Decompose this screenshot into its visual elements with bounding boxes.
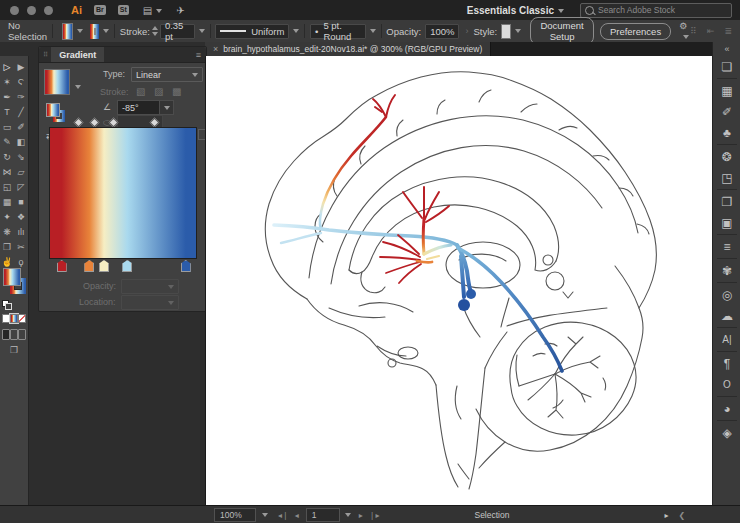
brain-illustration[interactable] <box>206 56 713 505</box>
zoom-level-value[interactable]: 100% <box>214 508 256 522</box>
angle-dropdown-icon[interactable] <box>159 100 174 115</box>
gradient-thumbnail[interactable] <box>44 69 70 95</box>
layers-panel-icon[interactable]: ◈ <box>713 422 740 443</box>
artboard-canvas[interactable] <box>205 56 713 505</box>
zoom-window-button[interactable] <box>44 6 53 15</box>
paragraph-panel-icon[interactable]: ¶ <box>713 353 740 374</box>
selection-tool[interactable]: ▷ <box>0 59 14 74</box>
fill-stroke-indicator[interactable] <box>0 268 28 302</box>
mesh-tool[interactable]: ▦ <box>0 194 14 209</box>
previous-artboard-icon[interactable]: ◂ <box>295 511 299 520</box>
close-document-icon[interactable]: × <box>213 44 218 54</box>
panel-menu-icon[interactable]: ≡ <box>196 50 201 60</box>
stroke-weight-value[interactable]: 0.35 pt <box>160 24 195 39</box>
opacity-value[interactable]: 100% <box>425 24 459 39</box>
style-swatch[interactable] <box>501 24 511 39</box>
stroke-panel-icon[interactable]: ≡ <box>713 236 740 257</box>
bridge-button[interactable]: Br <box>94 5 106 15</box>
expander-icon[interactable]: › <box>465 26 468 36</box>
zoom-dropdown-icon[interactable] <box>262 513 268 517</box>
line-segment-tool[interactable]: ╱ <box>14 104 28 119</box>
gradient-midpoint-marker[interactable] <box>90 118 100 128</box>
document-tab[interactable]: × brain_hypothalamus_edit-20Nov18.ai* @ … <box>205 42 491 56</box>
status-play-icon[interactable]: ▸ <box>664 511 668 520</box>
align-options-icon[interactable]: ⇤ <box>707 26 715 36</box>
type-tool[interactable]: T <box>0 104 14 119</box>
expand-panels-icon[interactable]: « <box>713 42 740 56</box>
gradient-type-select[interactable]: Linear <box>131 67 203 82</box>
symbols-panel-icon[interactable]: ♣ <box>713 122 740 143</box>
draw-inside-button[interactable] <box>18 329 26 340</box>
stroke-weight-stepper[interactable] <box>152 26 158 36</box>
color-panel-icon[interactable]: ❏ <box>713 56 740 77</box>
stock-button[interactable]: St <box>118 5 129 15</box>
arrange-documents-icon[interactable]: ▤ <box>143 5 162 16</box>
color-mode-button[interactable] <box>2 314 10 323</box>
gpu-performance-icon[interactable]: ✈ <box>176 5 184 16</box>
workspace-switcher[interactable]: Essentials Classic <box>467 5 564 16</box>
color-themes-panel-icon[interactable]: ✾ <box>713 260 740 281</box>
screen-mode-button[interactable]: ❐ <box>0 345 28 355</box>
width-tool[interactable]: ⋈ <box>0 164 14 179</box>
brush-select[interactable]: •5 pt. Round <box>310 24 366 39</box>
free-transform-tool[interactable]: ▱ <box>14 164 28 179</box>
share-panel-icon[interactable]: ❐ <box>713 191 740 212</box>
artboard-tool[interactable]: ❐ <box>0 239 14 254</box>
adobe-color-panel-icon[interactable]: ◎ <box>713 284 740 305</box>
lasso-tool[interactable]: Ϛ <box>14 74 28 89</box>
control-menu-icon[interactable]: ≣ <box>724 26 732 36</box>
width-profile-dropdown-icon[interactable] <box>293 29 299 33</box>
rotate-tool[interactable]: ↻ <box>0 149 14 164</box>
slice-tool[interactable]: ✂ <box>14 239 28 254</box>
eraser-tool[interactable]: ◧ <box>14 134 28 149</box>
artboard-number-value[interactable]: 1 <box>306 508 340 522</box>
close-window-button[interactable] <box>10 6 19 15</box>
default-fill-stroke-icon[interactable] <box>2 300 11 308</box>
preferences-button[interactable]: Preferences <box>600 23 671 40</box>
asset-export-panel-icon[interactable]: ◳ <box>713 167 740 188</box>
document-setup-button[interactable]: Document Setup <box>530 17 594 45</box>
next-artboard-icon[interactable]: ▸ <box>359 511 363 520</box>
gradient-midpoint-marker[interactable] <box>74 118 84 128</box>
gradient-slider[interactable] <box>49 127 197 259</box>
opentype-panel-icon[interactable]: O <box>713 374 740 395</box>
gradient-pathways[interactable] <box>274 95 562 371</box>
style-dropdown-icon[interactable] <box>515 29 521 33</box>
appearance-panel-icon[interactable]: ◕ <box>713 398 740 419</box>
status-back-icon[interactable]: ❮ <box>678 511 685 520</box>
direct-selection-tool[interactable]: ▶ <box>14 59 28 74</box>
stroke-weight-dropdown-icon[interactable] <box>199 29 205 33</box>
perspective-grid-tool[interactable]: ◸ <box>14 179 28 194</box>
color-guide-panel-icon[interactable]: ❂ <box>713 146 740 167</box>
rectangle-tool[interactable]: ▭ <box>0 119 14 134</box>
panel-grip-icon[interactable]: ⠿ <box>43 51 48 59</box>
hand-tool[interactable]: ✌ <box>0 254 14 269</box>
fill-swatch[interactable] <box>62 23 73 40</box>
curvature-tool[interactable]: ✑ <box>14 89 28 104</box>
swatches-panel-icon[interactable]: ▦ <box>713 80 740 101</box>
magic-wand-tool[interactable]: ✶ <box>0 74 14 89</box>
width-profile-select[interactable]: Uniform <box>215 24 289 39</box>
pen-tool[interactable]: ✒ <box>0 89 14 104</box>
none-mode-button[interactable] <box>18 314 26 323</box>
blend-tool[interactable]: ❖ <box>14 209 28 224</box>
artboards-panel-icon[interactable]: ▣ <box>713 212 740 233</box>
stroke-color-swatch[interactable] <box>90 24 99 39</box>
isolate-mode-icon[interactable]: ⚙ <box>679 21 690 41</box>
gradient-stop-marker[interactable] <box>84 260 94 272</box>
last-artboard-icon[interactable]: ❘▸ <box>369 511 380 520</box>
search-adobe-stock-input[interactable]: Search Adobe Stock <box>580 3 732 18</box>
gradient-mode-button[interactable] <box>10 314 18 323</box>
brushes-panel-icon[interactable]: ✐ <box>713 101 740 122</box>
column-graph-tool[interactable]: ılı <box>14 224 28 239</box>
symbol-sprayer-tool[interactable]: ❋ <box>0 224 14 239</box>
gradient-tool[interactable]: ■ <box>14 194 28 209</box>
brush-dropdown-icon[interactable] <box>370 29 376 33</box>
draw-behind-button[interactable] <box>10 329 18 340</box>
gradient-fill-stroke-toggle[interactable] <box>46 103 68 125</box>
eyedropper-tool[interactable]: ✦ <box>0 209 14 224</box>
gradient-presets-dropdown-icon[interactable] <box>75 85 81 89</box>
stroke-dropdown-icon[interactable] <box>103 29 109 33</box>
gradient-stop-marker[interactable] <box>99 260 109 272</box>
libraries-panel-icon[interactable]: ☁ <box>713 305 740 326</box>
